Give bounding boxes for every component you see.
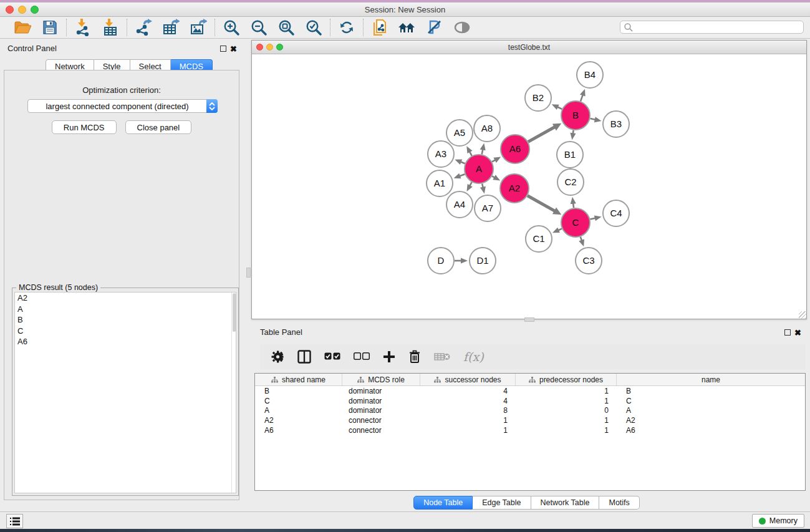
zoom-out-icon[interactable] [249, 18, 269, 37]
node-table[interactable]: shared name MCDS role successor nodes pr… [254, 373, 806, 491]
table-cell[interactable]: dominator [342, 406, 420, 415]
graph-canvas[interactable]: B4B2BB3B1A5A8A6A3AA1A4A7A2C2CC4C1C3DD1 [252, 54, 806, 319]
import-network-icon[interactable] [73, 18, 93, 37]
result-item[interactable]: A6 [15, 336, 236, 347]
task-history-button[interactable] [6, 514, 23, 528]
table-cell[interactable]: A2 [255, 416, 342, 425]
first-neighbors-icon[interactable] [397, 18, 417, 37]
minimize-window-button[interactable] [18, 6, 26, 14]
import-table-icon[interactable] [100, 18, 120, 37]
resize-corner-handle[interactable] [799, 311, 806, 319]
table-cell[interactable]: 1 [516, 387, 617, 395]
network-graph[interactable]: B4B2BB3B1A5A8A6A3AA1A4A7A2C2CC4C1C3DD1 [252, 54, 806, 319]
table-cell[interactable]: A [617, 406, 805, 415]
table-row[interactable]: A2connector11A2 [255, 415, 805, 425]
table-cell[interactable]: 1 [516, 416, 617, 425]
table-cell[interactable]: B [255, 387, 342, 395]
table-cell[interactable]: 1 [516, 397, 617, 405]
table-cell[interactable]: 8 [420, 406, 516, 415]
table-body[interactable]: Bdominator41BCdominator41CAdominator80AA… [255, 386, 805, 435]
run-mcds-button[interactable]: Run MCDS [52, 120, 117, 134]
search-input[interactable] [634, 22, 803, 32]
close-panel-button[interactable]: Close panel [125, 120, 192, 134]
split-table-view-icon[interactable] [297, 347, 311, 366]
deselect-all-rows-icon[interactable] [354, 347, 370, 366]
table-row[interactable]: Bdominator41B [255, 386, 805, 396]
export-image-icon[interactable] [188, 18, 208, 37]
refresh-icon[interactable] [337, 18, 357, 37]
export-table-icon[interactable] [161, 18, 181, 37]
table-cell[interactable]: C [255, 397, 342, 405]
annotation-mode-icon[interactable] [425, 18, 445, 37]
close-network-window-button[interactable] [256, 44, 263, 51]
table-header-row[interactable]: shared name MCDS role successor nodes pr… [255, 374, 805, 386]
list-scrollbar[interactable] [231, 293, 236, 493]
table-cell[interactable]: C [617, 397, 805, 405]
open-session-icon[interactable] [12, 18, 32, 37]
table-cell[interactable]: dominator [342, 387, 420, 395]
graph-edge[interactable] [528, 196, 556, 211]
table-cell[interactable]: connector [342, 416, 420, 425]
table-cell[interactable]: 1 [420, 426, 516, 435]
tab-network-table[interactable]: Network Table [531, 496, 600, 510]
table-row[interactable]: Cdominator41C [255, 396, 805, 406]
minimize-network-window-button[interactable] [266, 44, 273, 51]
maximize-network-window-button[interactable] [276, 44, 283, 51]
window-controls[interactable] [6, 6, 39, 14]
delete-columns-icon[interactable] [408, 347, 421, 366]
duplicate-network-icon[interactable] [370, 18, 390, 37]
column-header-predecessor-nodes[interactable]: predecessor nodes [516, 374, 617, 385]
zoom-in-icon[interactable] [221, 18, 241, 37]
table-cell[interactable]: A2 [617, 416, 805, 425]
search-field[interactable] [620, 21, 804, 34]
tab-node-table[interactable]: Node Table [413, 496, 473, 510]
table-row[interactable]: Adominator80A [255, 406, 805, 416]
table-cell[interactable]: connector [342, 426, 420, 435]
table-cell[interactable]: 4 [420, 387, 516, 395]
tab-edge-table[interactable]: Edge Table [473, 496, 531, 510]
scrollbar-thumb[interactable] [233, 293, 236, 332]
column-header-shared-name[interactable]: shared name [255, 374, 342, 385]
float-table-panel-icon[interactable] [784, 329, 791, 336]
table-cell[interactable]: A [255, 406, 342, 415]
table-settings-icon[interactable] [271, 347, 284, 366]
table-cell[interactable]: dominator [342, 397, 420, 405]
close-panel-icon[interactable]: ✖ [230, 44, 237, 54]
table-cell[interactable]: A6 [617, 426, 805, 435]
save-session-icon[interactable] [40, 18, 60, 37]
select-all-rows-icon[interactable] [324, 347, 340, 366]
show-hide-details-icon[interactable] [452, 18, 472, 37]
close-table-panel-icon[interactable]: ✖ [794, 328, 801, 337]
split-divider-handle-bottom[interactable] [524, 317, 534, 322]
zoom-fit-icon[interactable] [276, 18, 296, 37]
table-cell[interactable]: 0 [516, 406, 617, 415]
zoom-selected-icon[interactable] [304, 18, 324, 37]
table-cell[interactable]: B [617, 387, 805, 395]
column-header-name[interactable]: name [617, 374, 805, 385]
result-item[interactable]: A2 [15, 293, 236, 304]
table-cell[interactable]: 1 [516, 426, 617, 435]
graph-edge[interactable] [528, 127, 556, 142]
tab-motifs[interactable]: Motifs [599, 496, 639, 510]
network-window-controls[interactable] [256, 44, 283, 51]
network-window-titlebar[interactable]: testGlobe.txt [252, 41, 806, 54]
add-column-icon[interactable] [383, 347, 395, 366]
close-window-button[interactable] [6, 6, 14, 14]
memory-button[interactable]: Memory [752, 514, 804, 528]
table-row[interactable]: A6connector11A6 [255, 425, 805, 435]
column-header-successor-nodes[interactable]: successor nodes [420, 374, 516, 385]
column-header-mcds-role[interactable]: MCDS role [342, 374, 420, 385]
result-item[interactable]: C [15, 326, 236, 337]
result-item[interactable]: B [15, 314, 236, 326]
table-cell[interactable]: A6 [255, 426, 342, 435]
dropdown-value: largest connected component (directed) [28, 102, 206, 111]
table-cell[interactable]: 4 [420, 397, 516, 405]
mcds-result-list[interactable]: A2ABCA6 [14, 292, 236, 493]
split-divider-handle-left[interactable] [246, 268, 251, 278]
result-item[interactable]: A [15, 304, 236, 315]
export-network-icon[interactable] [133, 18, 153, 37]
float-panel-icon[interactable] [220, 46, 226, 52]
optimization-criterion-dropdown[interactable]: largest connected component (directed) [27, 99, 218, 113]
table-cell[interactable]: 1 [420, 416, 516, 425]
maximize-window-button[interactable] [31, 6, 39, 14]
